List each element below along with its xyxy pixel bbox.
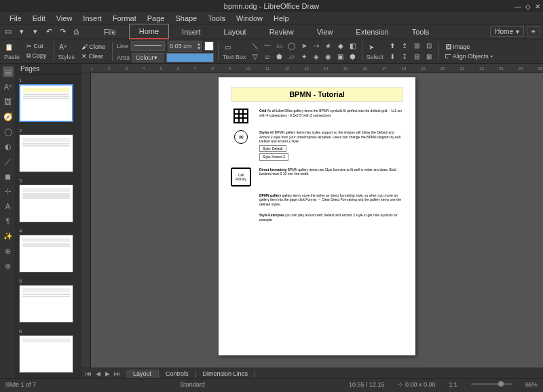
next-slide-icon[interactable]: ▶	[103, 370, 111, 377]
slide-thumb-2[interactable]: 2	[19, 128, 79, 172]
shape-connector-icon[interactable]: ⇢	[312, 41, 321, 51]
tab-view[interactable]: View	[307, 24, 343, 39]
layer-tab-dimension[interactable]: Dimension Lines	[196, 370, 256, 378]
shape-more1-icon[interactable]: ◈	[312, 52, 321, 62]
shape-more2-icon[interactable]: ◉	[324, 52, 333, 62]
line-style-select[interactable]	[131, 41, 165, 51]
styles-icon[interactable]: Aᵃ	[58, 43, 68, 52]
print-icon[interactable]: ⎙	[71, 26, 81, 37]
tool-para-icon[interactable]: ¶	[3, 216, 14, 227]
line-color-select[interactable]	[204, 41, 214, 51]
vertical-ruler[interactable]	[81, 73, 91, 368]
shape-basic-icon[interactable]: ▽	[250, 52, 260, 62]
line-width-input[interactable]	[168, 43, 197, 50]
menu-format[interactable]: Format	[107, 13, 142, 24]
exit-group-icon[interactable]: ⊠	[424, 52, 434, 62]
close-icon[interactable]: ✕	[535, 3, 540, 10]
tool-extra2-icon[interactable]: ⊗	[3, 260, 14, 271]
save-icon[interactable]: ▾	[30, 26, 41, 37]
canvas-viewport[interactable]: BPMN - Tutorial Grid As all LibreOffice …	[91, 73, 543, 368]
page[interactable]: BPMN - Tutorial Grid As all LibreOffice …	[219, 77, 415, 355]
arrange-forward-icon[interactable]: ↥	[400, 41, 409, 51]
shape-curve-icon[interactable]: 〰	[263, 41, 272, 51]
shape-star-icon[interactable]: ★	[324, 41, 333, 51]
last-slide-icon[interactable]: ⏭	[113, 370, 121, 377]
tool-shapes-icon[interactable]: ◯	[3, 126, 14, 137]
prev-slide-icon[interactable]: ◀	[94, 370, 102, 377]
tool-navigator-icon[interactable]: 🧭	[3, 111, 14, 122]
menu-page[interactable]: Page	[142, 13, 170, 24]
menu-view[interactable]: View	[51, 13, 78, 24]
tool-styles-icon[interactable]: Aᵃ	[3, 81, 14, 92]
tab-home[interactable]: Home	[129, 24, 169, 39]
enter-group-icon[interactable]: ⊡	[424, 41, 434, 51]
shape-rect-icon[interactable]: ▭	[275, 41, 284, 51]
slide-thumb-5[interactable]: 5	[19, 278, 79, 323]
menu-edit[interactable]: Edit	[27, 13, 51, 24]
first-slide-icon[interactable]: ⏮	[84, 370, 92, 377]
tool-line-icon[interactable]: ／	[3, 156, 14, 167]
clear-button[interactable]: ✕ Clear	[79, 52, 108, 60]
tab-file[interactable]: File	[94, 24, 126, 39]
maximize-icon[interactable]: ◇	[525, 3, 531, 10]
copy-button[interactable]: ⧉ Copy	[24, 52, 50, 60]
ungroup-icon[interactable]: ⊟	[412, 52, 422, 62]
shape-line-icon[interactable]: ＼	[250, 41, 260, 51]
fill-color-select[interactable]	[166, 53, 214, 62]
menu-insert[interactable]: Insert	[77, 13, 107, 24]
tool-shadow-icon[interactable]: ◼	[3, 171, 14, 182]
cut-button[interactable]: ✂ Cut	[24, 42, 50, 50]
tab-review[interactable]: Review	[259, 24, 304, 39]
open-icon[interactable]: ▾	[16, 26, 27, 37]
zoom-slider[interactable]	[471, 383, 512, 385]
undo-icon[interactable]: ↶	[43, 26, 54, 37]
context-dropdown[interactable]: Home▾	[490, 26, 524, 37]
arrange-back-icon[interactable]: ⬇	[388, 52, 397, 62]
arrange-backward-icon[interactable]: ↧	[400, 52, 409, 62]
tab-insert[interactable]: Insert	[172, 24, 211, 39]
spin-down-icon[interactable]: ▼	[197, 46, 201, 50]
textbox-icon[interactable]: ▭	[223, 43, 232, 52]
shape-block-icon[interactable]: ⬟	[275, 52, 284, 62]
tool-fill-icon[interactable]: ◐	[3, 141, 14, 152]
image-button[interactable]: 🖼 Image	[443, 43, 497, 51]
tool-effects-icon[interactable]: ✨	[3, 231, 14, 241]
redo-icon[interactable]: ↷	[57, 26, 68, 37]
menu-shape[interactable]: Shape	[170, 13, 202, 24]
style-accent2-button[interactable]: Style: Accent 2	[259, 153, 288, 161]
shape-3d-icon[interactable]: ◧	[348, 41, 358, 51]
paste-icon[interactable]: 📋	[4, 43, 14, 52]
slide-thumb-4[interactable]: 4	[19, 228, 79, 273]
slides-list[interactable]: 1 2 3 4 5 6	[16, 75, 81, 378]
tab-extension[interactable]: Extension	[345, 24, 398, 39]
minimize-icon[interactable]: —	[514, 3, 521, 10]
shape-flow-icon[interactable]: ▱	[287, 52, 297, 62]
select-icon[interactable]: ➤	[367, 43, 376, 52]
shape-ellipse-icon[interactable]: ◯	[287, 41, 297, 51]
slide-thumb-1[interactable]: 1	[19, 77, 79, 122]
align-objects-button[interactable]: ⫍ Align Objects ▾	[443, 52, 497, 60]
tab-layout[interactable]: Layout	[214, 24, 257, 39]
tool-extra1-icon[interactable]: ⊕	[3, 246, 14, 256]
shape-misc-icon[interactable]: ✦	[299, 52, 309, 62]
line-width-spinner[interactable]: ▲▼	[168, 41, 202, 52]
group-icon[interactable]: ⊞	[412, 41, 422, 51]
arrange-front-icon[interactable]: ⬆	[388, 41, 397, 51]
menu-help[interactable]: Help	[268, 13, 295, 24]
tab-tools[interactable]: Tools	[402, 24, 440, 39]
new-icon[interactable]: ▭	[3, 26, 14, 37]
tool-position-icon[interactable]: ⊹	[3, 186, 14, 197]
menu-window[interactable]: Window	[231, 13, 268, 24]
menu-tools[interactable]: Tools	[202, 13, 231, 24]
shape-callout-icon[interactable]: ◆	[336, 41, 345, 51]
shape-symbol-icon[interactable]: ☺	[263, 52, 272, 62]
shape-arrow-icon[interactable]: ➤	[299, 41, 309, 51]
style-default-button[interactable]: Style: Default	[259, 145, 286, 153]
horizontal-ruler[interactable]: 1234567891011121314151617181920212223242…	[81, 64, 543, 73]
slide-thumb-6[interactable]: 6	[19, 328, 79, 373]
status-zoom[interactable]: 66%	[525, 381, 538, 388]
tool-char-icon[interactable]: A	[3, 201, 14, 212]
menu-file[interactable]: File	[4, 13, 27, 24]
status-scale[interactable]: 1:1	[449, 381, 457, 388]
tool-properties-icon[interactable]: ▤	[3, 66, 14, 77]
